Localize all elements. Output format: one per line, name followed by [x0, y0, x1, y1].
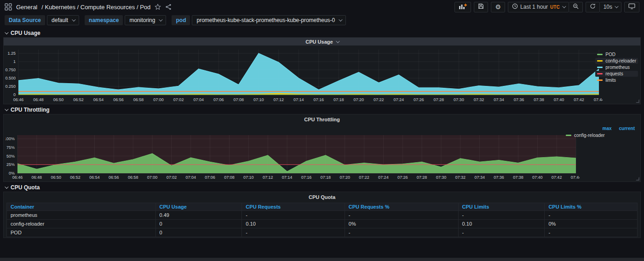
svg-text:07:30: 07:30	[454, 97, 464, 102]
zoom-out-button[interactable]	[569, 2, 583, 12]
legend-item-POD[interactable]: POD	[595, 51, 638, 57]
panel-title: CPU Usage	[305, 39, 333, 45]
column-header-cpu-requests[interactable]: CPU Requests	[242, 203, 345, 211]
time-range-label: Last 1 hour	[520, 4, 548, 10]
table-cell: 0.49	[155, 211, 242, 220]
legend-stat-headers: maxcurrent	[566, 126, 635, 131]
svg-text:06:48: 06:48	[32, 175, 42, 180]
panel-header-cpu-quota[interactable]: CPU Quota	[4, 192, 640, 202]
svg-text:07:14: 07:14	[282, 175, 293, 180]
panel-header-cpu-usage[interactable]: CPU Usage	[4, 38, 640, 45]
star-icon[interactable]	[155, 4, 161, 10]
svg-text:07:30: 07:30	[436, 175, 447, 180]
navbar: General / Kubernetes / Compute Resources…	[0, 0, 644, 14]
table-cell: -	[458, 228, 545, 237]
svg-text:06:58: 06:58	[128, 175, 138, 180]
svg-text:07:18: 07:18	[334, 97, 344, 102]
svg-text:07:00: 07:00	[147, 175, 158, 180]
svg-text:06:48: 06:48	[33, 97, 44, 102]
table-cell: 0.10	[242, 220, 345, 228]
add-panel-button[interactable]	[454, 2, 471, 12]
panel-resize-handle[interactable]	[636, 177, 639, 181]
svg-text:25%: 25%	[6, 162, 15, 167]
svg-text:07:04: 07:04	[193, 97, 204, 102]
svg-text:75%: 75%	[6, 145, 15, 150]
table-row: config-reloader00.100%0.100%	[7, 220, 638, 228]
panel-cpu-quota: CPU Quota ContainerCPU UsageCPU Requests…	[3, 192, 641, 238]
svg-text:07:20: 07:20	[339, 175, 350, 180]
add-panel-icon	[459, 3, 467, 11]
svg-text:1.25: 1.25	[7, 51, 16, 56]
column-header-cpu-limits[interactable]: CPU Limits %	[545, 203, 638, 211]
svg-text:07:18: 07:18	[321, 175, 331, 180]
table-cell: -	[345, 228, 458, 237]
variable-value-dropdown[interactable]: monitoring	[125, 15, 166, 25]
breadcrumb-path[interactable]: / Kubernetes / Compute Resources / Pod	[41, 4, 150, 11]
svg-text:07:20: 07:20	[354, 97, 364, 102]
svg-text:07:04: 07:04	[185, 175, 196, 180]
section-cpu-quota[interactable]: CPU Quota	[0, 182, 644, 192]
column-header-container[interactable]: Container	[7, 203, 156, 211]
refresh-interval-dropdown[interactable]: 10s	[600, 2, 621, 12]
table-cell: -	[458, 211, 545, 220]
panel-title: CPU Quota	[309, 194, 335, 200]
cpu-quota-table: ContainerCPU UsageCPU RequestsCPU Reques…	[6, 203, 638, 237]
svg-text:07:42: 07:42	[552, 175, 562, 180]
section-cpu-throttling[interactable]: CPU Throttling	[0, 104, 644, 114]
legend-item-config-reloader[interactable]: config-reloader	[595, 58, 638, 64]
svg-text:07:26: 07:26	[397, 175, 408, 180]
svg-text:07:10: 07:10	[243, 175, 254, 180]
column-header-cpu-usage[interactable]: CPU Usage	[155, 203, 242, 211]
svg-text:07:40: 07:40	[532, 175, 543, 180]
page: { "nav": { "breadcrumb": { "primary": "G…	[0, 0, 644, 261]
breadcrumb-dashboard-name[interactable]: General	[16, 4, 37, 11]
svg-text:07:42: 07:42	[574, 97, 584, 102]
panel-resize-handle[interactable]	[636, 99, 639, 103]
dashboard-settings-button[interactable]: ⚙	[491, 2, 505, 12]
section-cpu-usage[interactable]: CPU Usage	[0, 28, 644, 37]
legend-item-limits[interactable]: limits	[595, 77, 638, 83]
svg-text:06:46: 06:46	[12, 175, 23, 180]
dashboards-grid-icon[interactable]	[5, 3, 12, 11]
legend-stat-header-current[interactable]: current	[619, 126, 635, 131]
panel-cpu-throttling: CPU Throttling 0%25%50%75%100%06:4606:48…	[3, 114, 641, 182]
save-dashboard-button[interactable]	[474, 2, 488, 12]
settings-gear-icon: ⚙	[495, 4, 501, 10]
cpu-usage-chart[interactable]: 00.2500.5000.75011.2506:4606:4806:5006:5…	[5, 46, 603, 104]
panel-header-cpu-throttling[interactable]: CPU Throttling	[4, 114, 640, 125]
svg-text:07:16: 07:16	[313, 97, 324, 102]
table-row: POD0----	[7, 228, 638, 237]
refresh-button[interactable]	[586, 2, 600, 12]
svg-text:07:26: 07:26	[414, 97, 424, 102]
variable-value-dropdown[interactable]: prometheus-kube-stack-prometheus-kube-pr…	[192, 15, 346, 25]
svg-text:07:10: 07:10	[253, 97, 264, 102]
section-title: CPU Usage	[11, 30, 40, 36]
variable-data-source: Data Sourcedefault	[5, 15, 79, 25]
chevron-down-icon	[562, 4, 566, 8]
cpu-throttling-chart[interactable]: 0%25%50%75%100%06:4606:4806:5006:5206:54…	[6, 125, 580, 181]
column-header-cpu-limits[interactable]: CPU Limits	[458, 203, 545, 211]
save-dashboard-icon	[478, 3, 484, 11]
svg-text:07:24: 07:24	[394, 97, 404, 102]
legend-swatch	[566, 135, 571, 136]
zoom-out-icon	[573, 3, 579, 11]
svg-text:07:06: 07:06	[205, 175, 215, 180]
legend-stat-header-max[interactable]: max	[603, 126, 612, 131]
legend-item-prometheus[interactable]: prometheus	[595, 64, 638, 70]
chevron-down-icon	[615, 4, 618, 8]
time-range-picker[interactable]: Last 1 hour UTC	[508, 2, 569, 12]
svg-text:07:34: 07:34	[494, 97, 504, 102]
table-cell: -	[345, 211, 458, 220]
cycle-view-button[interactable]	[624, 2, 639, 12]
table-cell: 0%	[345, 220, 458, 228]
table-cell: 0	[155, 220, 242, 228]
legend-item-requests[interactable]: requests	[595, 71, 638, 77]
table-cell: -	[545, 228, 638, 237]
svg-text:07:02: 07:02	[173, 97, 184, 102]
column-header-cpu-requests[interactable]: CPU Requests %	[345, 203, 458, 211]
svg-text:06:50: 06:50	[51, 175, 61, 180]
legend-item-config-reloader[interactable]: config-reloader	[566, 133, 635, 138]
svg-text:07:38: 07:38	[534, 97, 544, 102]
variable-value-dropdown[interactable]: default	[47, 15, 79, 25]
share-icon[interactable]	[165, 4, 172, 10]
